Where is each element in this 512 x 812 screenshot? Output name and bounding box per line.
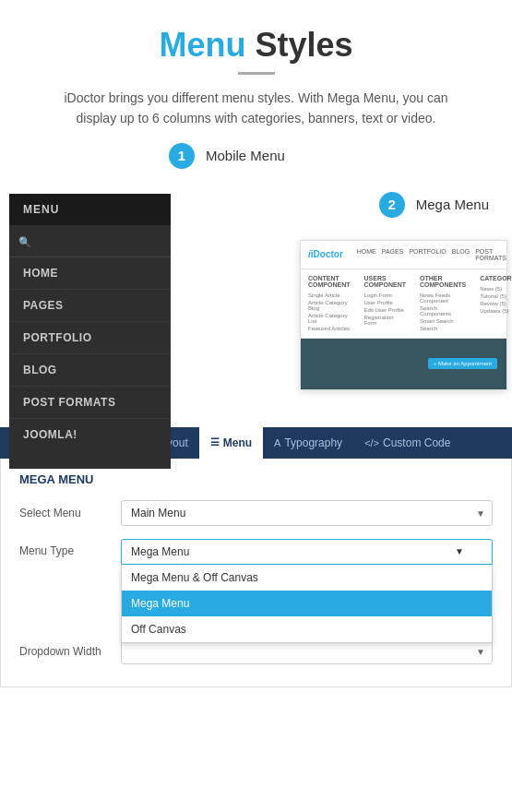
menu-type-option-1[interactable]: Mega Menu & Off Canvas — [122, 565, 492, 591]
mega-col-other-item-2: Search Components — [420, 304, 466, 317]
badge-1-label: Mobile Menu — [206, 148, 285, 163]
dropdown-arrow-icon: ▼ — [455, 546, 464, 556]
menu-type-dropdown[interactable]: Mega Menu ▼ Mega Menu & Off Canvas Mega … — [121, 539, 493, 565]
mobile-menu-items: HOME PAGES PORTFOLIO BLOG POST FORMATS J… — [9, 257, 171, 450]
mega-nav-home: HOME — [357, 248, 376, 261]
mega-col-categories: CATEGORIES News (5) Tutorial (5) Review … — [480, 275, 512, 332]
mega-menu-mockup: iDoctor HOME PAGES PORTFOLIO BLOG POST F… — [189, 212, 507, 390]
mega-col-content-title: CONTENT COMPONENT — [308, 275, 351, 288]
mobile-menu-header: MENU — [9, 194, 171, 225]
mega-col-content-item-4: Featured Articles — [308, 325, 351, 332]
mega-nav-portfolio: PORTFOLIO — [409, 248, 446, 261]
mega-col-other-item-4: Search — [420, 325, 466, 332]
badge-1: 1 — [169, 143, 195, 169]
mega-col-categories-title: CATEGORIES — [480, 275, 512, 281]
mega-nav-items: HOME PAGES PORTFOLIO BLOG POST FORMATS J… — [357, 248, 512, 261]
mega-col-content-item-3: Article Category List — [308, 312, 351, 325]
title-dark: Styles — [245, 26, 352, 64]
mega-nav-post-formats: POST FORMATS — [475, 248, 506, 261]
mega-col-other-title: OTHER COMPONENTS — [420, 275, 466, 288]
badge-2: 2 — [379, 192, 405, 218]
mobile-item-post-formats: POST FORMATS — [9, 387, 171, 419]
select-menu-control[interactable]: Main Menu Top Menu Footer Menu ▼ — [121, 500, 493, 526]
mega-nav-pages: PAGES — [382, 248, 404, 261]
menu-type-option-2[interactable]: Mega Menu — [122, 591, 492, 616]
header-description: iDoctor brings you different menu styles… — [44, 88, 469, 129]
badge-2-label: Mega Menu — [416, 197, 489, 212]
mega-col-users-item-4: Registration Form — [364, 314, 407, 327]
mega-top-bar: iDoctor HOME PAGES PORTFOLIO BLOG POST F… — [301, 241, 506, 269]
dropdown-width-label: Dropdown Width — [19, 645, 121, 658]
menu-type-selected[interactable]: Mega Menu ▼ — [121, 539, 493, 565]
mega-col-other-item-1: News Feeds Component — [420, 292, 466, 304]
mega-menu-label: 2 Mega Menu — [379, 192, 489, 218]
tab-typography-label: Typography — [284, 436, 342, 449]
page-title: Menu Styles — [18, 26, 494, 65]
menu-icon: ☰ — [210, 436, 220, 448]
mobile-menu-mockup: MENU HOME PAGES PORTFOLIO BLOG POST FORM… — [9, 166, 171, 469]
mega-logo: iDoctor — [308, 249, 343, 259]
typography-icon: A — [274, 437, 280, 448]
header-divider — [238, 72, 275, 75]
mega-dropdown: CONTENT COMPONENT Single Article Article… — [301, 269, 506, 339]
mega-col-users: USERS COMPONENT Login Form User Profile … — [364, 275, 407, 332]
mega-col-categories-item-2: Tutorial (5) — [480, 293, 512, 300]
mega-col-users-item-2: User Profile — [364, 299, 407, 306]
tab-typography[interactable]: A Typography — [263, 427, 353, 459]
mega-col-content-item-2: Article Category Blog — [308, 299, 351, 312]
mobile-item-portfolio: PORTFOLIO — [9, 322, 171, 354]
mega-hero: + Make an Appointment — [301, 339, 506, 389]
mega-col-content-item-1: Single Article — [308, 292, 351, 299]
form-section-title: MEGA MENU — [19, 472, 493, 486]
form-row-menu-type: Menu Type Mega Menu ▼ Mega Menu & Off Ca… — [19, 539, 493, 565]
menu-type-dropdown-list: Mega Menu & Off Canvas Mega Menu Off Can… — [121, 565, 493, 643]
mega-col-users-item-3: Edit User Profile — [364, 306, 407, 314]
mega-col-users-title: USERS COMPONENT — [364, 275, 407, 288]
menu-type-label: Menu Type — [19, 539, 121, 557]
mobile-menu-label: 1 Mobile Menu — [169, 143, 285, 169]
mega-col-users-item-1: Login Form — [364, 292, 407, 299]
mega-col-other-item-3: Smart Search — [420, 317, 466, 325]
tab-menu[interactable]: ☰ Menu — [199, 427, 263, 459]
mega-col-categories-item-3: Review (5) — [480, 300, 512, 307]
mega-col-categories-item-1: News (5) — [480, 285, 512, 293]
form-area: MEGA MENU Select Menu Main Menu Top Menu… — [0, 459, 512, 687]
mega-col-categories-item-4: Updates (5) — [480, 307, 512, 315]
mobile-search-row — [9, 225, 171, 257]
tab-custom-code-label: Custom Code — [383, 436, 450, 449]
mega-hero-btn: + Make an Appointment — [428, 358, 497, 369]
select-menu-label: Select Menu — [19, 507, 121, 519]
menu-type-option-3[interactable]: Off Canvas — [122, 616, 492, 642]
code-icon: </> — [364, 437, 379, 448]
mega-nav-blog: BLOG — [452, 248, 470, 261]
form-row-select-menu: Select Menu Main Menu Top Menu Footer Me… — [19, 500, 493, 526]
screenshots-area: 1 Mobile Menu MENU HOME PAGES PORTFOLIO … — [5, 138, 507, 388]
tab-custom-code[interactable]: </> Custom Code — [353, 427, 461, 459]
menu-type-value: Mega Menu — [131, 545, 189, 558]
title-blue: Menu — [159, 26, 245, 64]
mobile-item-blog: BLOG — [9, 354, 171, 387]
mega-col-content: CONTENT COMPONENT Single Article Article… — [308, 275, 351, 332]
mega-col-other: OTHER COMPONENTS News Feeds Component Se… — [420, 275, 466, 332]
mobile-item-joomla: JOOMLA! — [9, 419, 171, 450]
mobile-item-pages: PAGES — [9, 290, 171, 322]
select-menu-input[interactable]: Main Menu Top Menu Footer Menu — [121, 500, 493, 526]
page-header: Menu Styles iDoctor brings you different… — [0, 0, 512, 138]
tab-menu-label: Menu — [223, 436, 252, 449]
mobile-item-home: HOME — [9, 257, 171, 290]
menu-type-control[interactable]: Mega Menu ▼ Mega Menu & Off Canvas Mega … — [121, 539, 493, 565]
